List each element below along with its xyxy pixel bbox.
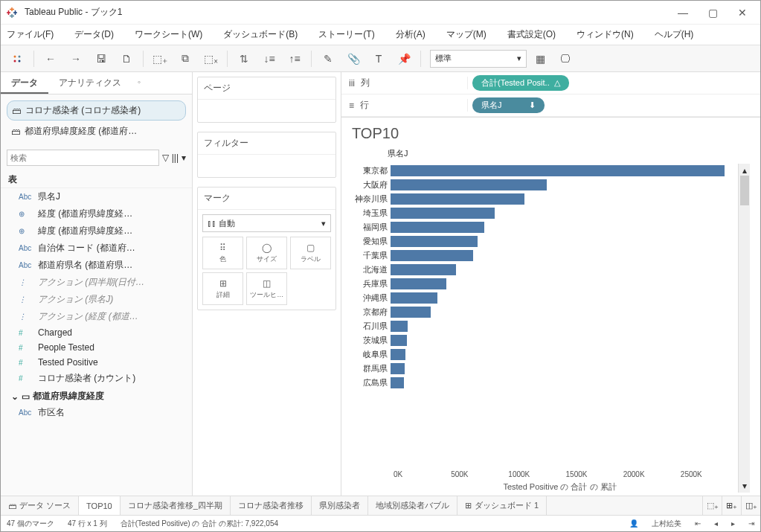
tab-data[interactable]: データ (1, 72, 48, 94)
field-item[interactable]: ⋮アクション (経度 (都道… (1, 308, 192, 325)
close-button[interactable]: ✕ (728, 2, 757, 23)
field-item[interactable]: ⊕緯度 (都道府県緯度経… (1, 222, 192, 240)
datasource-item[interactable]: 🗃コロナ感染者 (コロナ感染者) (7, 100, 186, 121)
save-button[interactable]: 🖫 (89, 48, 113, 70)
datasource-item[interactable]: 🗃都道府県緯度経度 (都道府… (7, 122, 186, 141)
group-button[interactable]: 📎 (341, 48, 365, 70)
sheet-tab[interactable]: コロナ感染者推移_四半期 (121, 496, 231, 515)
back-button[interactable]: ← (39, 48, 62, 70)
menu-analysis[interactable]: 分析(A) (396, 28, 426, 41)
bar[interactable] (391, 165, 725, 176)
show-me-button[interactable]: ▦ (528, 48, 552, 70)
view-icon[interactable]: ||| (172, 153, 179, 163)
field-item[interactable]: #Charged (1, 325, 192, 340)
dashboard-tab[interactable]: ⊞ダッシュボード 1 (457, 496, 547, 515)
minimize-button[interactable]: — (668, 2, 698, 23)
color-shelf[interactable]: ⠿色 (202, 237, 243, 269)
bar[interactable] (391, 193, 524, 205)
field-item[interactable]: ⊕経度 (都道府県緯度経… (1, 205, 192, 222)
tab-analytics[interactable]: アナリティクス (48, 72, 132, 94)
columns-pill[interactable]: 合計(Tested Posit..△ (472, 75, 569, 91)
field-item[interactable]: Abc県名J (1, 188, 192, 205)
tableau-icon[interactable] (5, 48, 29, 70)
bar[interactable] (391, 222, 484, 233)
columns-shelf[interactable]: iii列 合計(Tested Posit..△ (341, 72, 760, 94)
duplicate-button[interactable]: ⧉ (173, 48, 197, 70)
bar[interactable] (391, 208, 495, 219)
scroll-down-icon[interactable]: ▾ (742, 481, 747, 491)
size-shelf[interactable]: ◯サイズ (246, 237, 287, 269)
field-item[interactable]: Abc自治体 コード (都道府… (1, 240, 192, 257)
bar[interactable] (391, 335, 407, 346)
vertical-scrollbar[interactable]: ▴ ▾ (738, 164, 750, 493)
field-item[interactable]: Abc市区名 (1, 404, 192, 421)
filters-card[interactable]: フィルター (197, 132, 336, 178)
field-item[interactable]: #コロナ感染者 (カウント) (1, 370, 192, 387)
sort-asc-button[interactable]: ↓≡ (257, 48, 281, 70)
bar[interactable] (391, 236, 478, 247)
menu-worksheet[interactable]: ワークシート(W) (135, 28, 202, 41)
label-shelf[interactable]: ▢ラベル (290, 237, 331, 269)
menu-format[interactable]: 書式設定(O) (507, 28, 556, 41)
rows-shelf[interactable]: ≡行 県名J⬇ (341, 94, 760, 117)
field-item[interactable]: #Tested Positive (1, 355, 192, 370)
bar[interactable] (391, 264, 456, 275)
detail-shelf[interactable]: ⊞詳細 (202, 272, 243, 305)
bar[interactable] (391, 321, 408, 332)
bar[interactable] (391, 363, 405, 374)
new-worksheet-icon[interactable]: ⬚₊ (702, 496, 722, 515)
nav-last-icon[interactable]: ⇥ (748, 519, 754, 528)
bar[interactable] (391, 278, 446, 289)
new-worksheet-button[interactable]: ⬚₊ (148, 48, 172, 70)
bar[interactable] (391, 349, 405, 360)
swap-button[interactable]: ⇅ (232, 48, 256, 70)
menu-window[interactable]: ウィンドウ(N) (577, 28, 634, 41)
sheet-tab[interactable]: TOP10 (79, 496, 121, 515)
pin-button[interactable]: 📌 (392, 48, 416, 70)
maximize-button[interactable]: ▢ (698, 2, 728, 23)
bar[interactable] (391, 250, 473, 261)
field-item[interactable]: #People Tested (1, 340, 192, 355)
pin-pane-icon[interactable]: ◦ (132, 72, 147, 94)
field-item[interactable]: ⋮アクション (県名J) (1, 291, 192, 308)
clear-button[interactable]: ⬚ₓ (199, 48, 222, 70)
rows-pill[interactable]: 県名J⬇ (472, 97, 545, 113)
viz-title[interactable]: TOP10 (352, 125, 750, 142)
filter-icon[interactable]: ▽ (162, 153, 169, 163)
field-item[interactable]: ⋮アクション (四半期(日付… (1, 274, 192, 291)
field-item[interactable]: Abc都道府県名 (都道府県… (1, 257, 192, 274)
sheet-tab[interactable]: 地域別感染者バブル (368, 496, 457, 515)
bar[interactable] (391, 179, 547, 190)
menu-data[interactable]: データ(D) (74, 28, 114, 41)
fit-dropdown[interactable]: 標準▾ (430, 50, 527, 68)
sort-desc-button[interactable]: ↑≡ (283, 48, 306, 70)
sheet-tab[interactable]: 県別感染者 (312, 496, 368, 515)
menu-dashboard[interactable]: ダッシュボード(B) (223, 28, 298, 41)
datasource-tab[interactable]: 🗃データ ソース (1, 496, 79, 515)
new-story-icon[interactable]: ◫₊ (741, 496, 760, 515)
menu-help[interactable]: ヘルプ(H) (655, 28, 694, 41)
mark-type-dropdown[interactable]: ⫿⫿ 自動▾ (202, 214, 331, 232)
sheet-tab[interactable]: コロナ感染者推移 (231, 496, 312, 515)
scroll-thumb[interactable] (740, 176, 749, 205)
bar[interactable] (391, 292, 437, 304)
nav-first-icon[interactable]: ⇤ (695, 519, 701, 528)
bar[interactable] (391, 307, 431, 318)
tooltip-shelf[interactable]: ◫ツールヒ… (246, 272, 287, 305)
dropdown-icon[interactable]: ▾ (182, 153, 186, 163)
search-input[interactable] (7, 150, 159, 166)
highlight-button[interactable]: ✎ (316, 48, 340, 70)
menu-file[interactable]: ファイル(F) (7, 28, 54, 41)
presentation-button[interactable]: 🖵 (553, 48, 577, 70)
pages-card[interactable]: ページ (197, 77, 336, 123)
scroll-up-icon[interactable]: ▴ (742, 165, 747, 176)
nav-next-icon[interactable]: ▸ (731, 519, 735, 528)
menu-map[interactable]: マップ(M) (446, 28, 487, 41)
folder-item[interactable]: ⌄▭都道府県緯度経度 (1, 387, 192, 404)
menu-story[interactable]: ストーリー(T) (318, 28, 374, 41)
label-button[interactable]: T (367, 48, 391, 70)
nav-prev-icon[interactable]: ◂ (714, 519, 718, 528)
new-dashboard-icon[interactable]: ⊞₊ (722, 496, 741, 515)
bar[interactable] (391, 377, 404, 388)
forward-button[interactable]: → (64, 48, 88, 70)
